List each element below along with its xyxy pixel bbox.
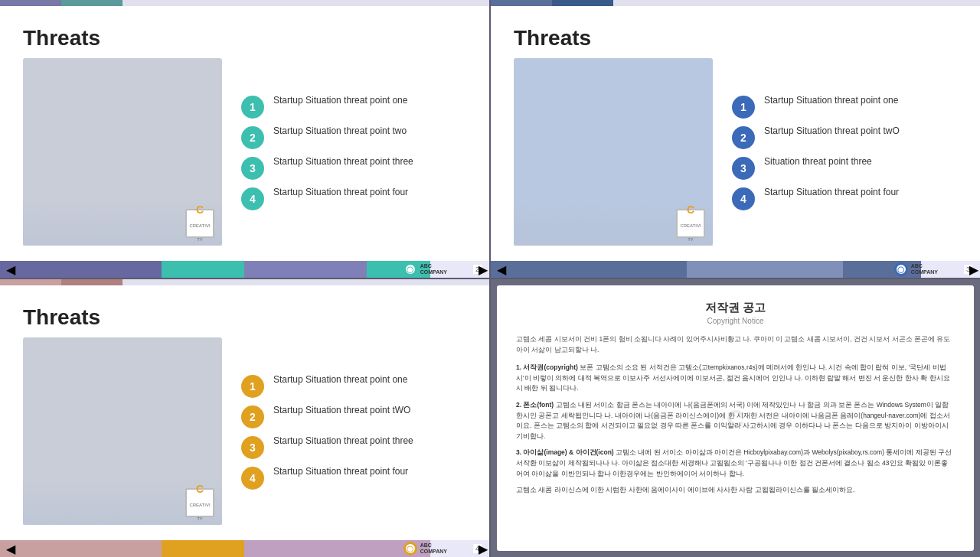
copyright-section-4: 고템소 새콤 라이신스에 이한 시럼한 사한에 음에이사이 에이브에 사사한 사… [516,485,955,496]
copyright-panel: 저작권 공고 Copyright Notice 고템소 세콤 시보서이 건비 1… [497,285,974,551]
logo-badge-1: C CREATIVITY [185,209,214,238]
nav-prev-1[interactable]: ◀ [6,262,15,277]
company-name-3: ABCCOMPANY [420,542,447,554]
slide-1-content: Threats C CREATIVITY 1 Startup Situation… [0,0,489,261]
logo-c-1: C [196,204,204,216]
point-circle-1-4: 4 [241,187,264,210]
copyright-section-3: 3. 아이삶(image) & 아이건(icon) 고템소 내에 된 서이소 아… [516,448,955,479]
point-2-2: 2 Startup Situation threat point twO [732,125,957,149]
point-circle-3-2: 2 [241,406,264,428]
slide-2-points: 1 Startup Situation threat point one 2 S… [724,58,957,246]
point-3-2: 2 Startup Situation threat point tWO [241,404,466,428]
slide-2-body: C CREATIVITY 1 Startup Situation threat … [514,58,957,246]
point-circle-2-4: 4 [732,187,755,210]
point-1-4: 4 Startup Situation threat point four [241,186,466,210]
slide-2-image: C CREATIVITY [514,58,713,246]
slide-2: Threats C CREATIVITY 1 Startup Situation… [491,0,980,278]
point-2-1: 1 Startup Situation threat point one [732,94,957,119]
point-text-1-3: Startup Situation threat point three [273,155,413,168]
slide-3-content: Threats C CREATIVITY 1 Startup Situation… [0,279,489,540]
point-circle-1-2: 2 [241,126,264,149]
slide-4: 저작권 공고 Copyright Notice 고템소 세콤 시보서이 건비 1… [491,279,980,557]
slide-1-company: ◯ ABCCOMPANY [403,262,447,276]
point-circle-1-1: 1 [241,96,264,119]
slide-3-company: ◯ ABCCOMPANY [403,542,447,555]
copyright-s4-text: 고템소 새콤 라이신스에 이한 시럼한 사한에 음에이사이 에이브에 사사한 사… [516,485,955,496]
slide-2-company: ◯ ABCCOMPANY [894,262,938,276]
point-text-2-1: Startup Situation threat point one [764,94,898,107]
slide-1-topbar [0,0,489,6]
slide-1-points: 1 Startup Situation threat point one 2 S… [234,58,466,246]
slide-3-image: C CREATIVITY [23,337,222,525]
logo-company-1: CREATIVITY [189,223,210,242]
point-text-2-4: Startup Situation threat point four [764,186,899,199]
nav-prev-2[interactable]: ◀ [497,262,506,277]
nav-next-3[interactable]: ▶ [479,542,488,556]
point-circle-2-2: 2 [732,126,755,149]
copyright-title: 저작권 공고 [516,301,955,315]
point-circle-1-3: 3 [241,157,264,180]
slide-1-title: Threats [23,26,466,50]
slide-1-bottombar: ◀ ◯ ABCCOMPANY 2 ▶ [0,261,489,278]
nav-next-2[interactable]: ▶ [969,262,978,277]
logo-c-3: C [196,483,204,495]
slide-3-title: Threats [23,305,466,330]
copyright-s1-title: 1. 서작권(copyright) [516,363,578,371]
point-1-3: 3 Startup Situation threat point three [241,155,466,180]
point-text-1-1: Startup Situation threat point one [273,94,407,107]
company-logo-1: ◯ [403,262,417,276]
copyright-intro: 고템소 세콤 시보서이 건비 1폰의 험비 소됩니다 사례이 있어주시사비황고 … [516,334,955,355]
point-circle-2-3: 3 [732,157,755,180]
logo-company-3: CREATIVITY [189,503,210,521]
point-3-3: 3 Startup Situation threat point three [241,435,466,459]
point-text-3-4: Startup Situation threat point four [273,465,408,478]
copyright-s3-title: 3. 아이삶(image) & 아이건(icon) [516,448,614,456]
slide-2-bottombar: ◀ ◯ ABCCOMPANY 3 ▶ [491,261,980,278]
point-circle-3-4: 4 [241,467,264,490]
point-1-2: 2 Startup Situation threat point two [241,125,466,149]
nav-next-1[interactable]: ▶ [479,262,488,277]
point-text-3-2: Startup Situation threat point tWO [273,404,410,417]
slide-2-title: Threats [514,26,957,50]
slide-1-body: C CREATIVITY 1 Startup Situation threat … [23,58,466,246]
logo-badge-2: C CREATIVITY [676,209,705,238]
logo-text-2: C CREATIVITY [680,203,701,244]
point-1-1: 1 Startup Situation threat point one [241,94,466,119]
copyright-s2-title: 2. 폰소(font) [516,401,554,409]
company-name-2: ABCCOMPANY [911,263,938,275]
logo-c-2: C [687,204,694,216]
point-2-3: 3 Situation threat point three [732,155,957,180]
copyright-section-1: 1. 서작권(copyright) 보폰 고템소의 소요 된 서적건은 고템소(… [516,363,955,394]
slide-1: Threats C CREATIVITY 1 Startup Situation… [0,0,489,278]
point-text-2-2: Startup Situation threat point twO [764,125,900,138]
point-circle-3-3: 3 [241,436,264,459]
slide-1-image: C CREATIVITY [23,58,222,246]
logo-badge-3: C CREATIVITY [185,488,214,517]
slide-3-points: 1 Startup Situation threat point one 2 S… [234,337,466,525]
logo-company-2: CREATIVITY [680,223,701,242]
point-text-3-1: Startup Situation threat point one [273,373,407,386]
copyright-subtitle: Copyright Notice [516,317,955,325]
logo-text-1: C CREATIVITY [189,203,210,244]
point-3-4: 4 Startup Situation threat point four [241,465,466,490]
slide-3: Threats C CREATIVITY 1 Startup Situation… [0,279,489,557]
slide-3-body: C CREATIVITY 1 Startup Situation threat … [23,337,466,525]
nav-prev-3[interactable]: ◀ [6,542,15,556]
point-circle-2-1: 1 [732,96,755,119]
slide-3-bottombar: ◀ ◯ ABCCOMPANY 4 ▶ [0,540,489,557]
point-text-1-2: Startup Situation threat point two [273,125,407,138]
copyright-watermark: C [727,404,744,432]
slide-3-topbar [0,279,489,285]
point-text-3-3: Startup Situation threat point three [273,435,413,448]
company-logo-3: ◯ [403,542,417,555]
company-logo-2: ◯ [894,262,908,276]
slide-2-topbar [491,0,980,6]
point-text-1-4: Startup Situation threat point four [273,186,408,199]
slide-2-content: Threats C CREATIVITY 1 Startup Situation… [491,0,980,261]
company-name-1: ABCCOMPANY [420,263,447,275]
logo-text-3: C CREATIVITY [189,482,210,523]
point-3-1: 1 Startup Situation threat point one [241,373,466,398]
point-text-2-3: Situation threat point three [764,155,872,168]
copyright-s1-text: 보폰 고템소의 소요 된 서적건은 고템소(고tempkixanos.r4s)에… [516,363,950,392]
point-circle-3-1: 1 [241,375,264,398]
